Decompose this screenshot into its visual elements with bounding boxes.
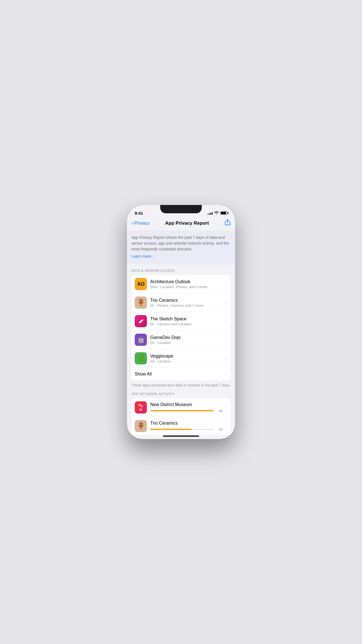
network-progress-bar [150, 410, 214, 411]
show-all-label: Show All [135, 372, 152, 377]
notch [160, 205, 202, 213]
app-sub: 2d · Location [150, 341, 223, 345]
app-icon-trio-ceramics: 🏺 [135, 296, 147, 309]
network-activity-header: APP NETWORK ACTIVITY [127, 388, 235, 398]
app-icon-gamedev-dojo: 🤖 [135, 334, 147, 346]
app-name: Architecture Outlook [150, 279, 223, 284]
network-progress-bar [150, 429, 214, 430]
navigation-bar: ‹ Privacy App Privacy Report [127, 217, 235, 230]
signal-icon [208, 211, 213, 215]
chevron-right-icon: › [226, 424, 227, 428]
data-sensor-list: AO Architecture Outlook 24m · Location, … [131, 275, 231, 381]
chevron-right-icon: › [226, 356, 227, 361]
app-name: Trio Ceramics [150, 298, 223, 303]
share-button[interactable] [225, 219, 231, 227]
back-button[interactable]: ‹ Privacy [131, 220, 149, 226]
list-item[interactable]: The Sketch Space 5h · Camera and Locatio… [131, 312, 231, 331]
intro-description: App Privacy Report shows the past 7 days… [131, 235, 231, 252]
app-icon-sketch-space [135, 315, 147, 327]
list-item[interactable]: AO Architecture Outlook 24m · Location, … [131, 275, 231, 293]
page-title: App Privacy Report [165, 220, 209, 226]
network-count: 30 [216, 427, 223, 432]
app-name: New District Museum [150, 402, 223, 407]
app-name: GameDev Dojo [150, 335, 223, 340]
app-icon-trio-ceramics-network: 🏺 [135, 420, 147, 432]
list-item[interactable]: 🌿 Veggiscape 2d · Location › [131, 349, 231, 368]
phone-device: 9:41 [127, 205, 235, 439]
home-indicator [163, 435, 199, 437]
network-count: 46 [216, 409, 223, 413]
intro-section: App Privacy Report shows the past 7 days… [127, 230, 235, 264]
battery-icon [220, 211, 227, 215]
chevron-right-icon: › [226, 405, 227, 410]
chevron-right-icon: › [226, 372, 227, 376]
app-sub: 5h · Camera and Location [150, 322, 223, 326]
list-item[interactable]: 🤖 GameDev Dojo 2d · Location › [131, 331, 231, 349]
status-time: 9:41 [135, 211, 143, 215]
app-name: Trio Ceramics [150, 421, 223, 426]
phone-screen: 9:41 [127, 205, 235, 439]
network-list-item[interactable]: ND M New District Museum 46 › [131, 398, 231, 417]
app-sub: 2d · Location [150, 359, 223, 363]
app-icon-new-district-museum: ND M [135, 401, 147, 414]
main-content: App Privacy Report shows the past 7 days… [127, 230, 235, 435]
data-sensor-footer: These apps accessed your data or sensors… [127, 381, 235, 388]
show-all-button[interactable]: Show All › [131, 368, 231, 381]
data-sensor-header: DATA & SENSOR ACCESS [127, 264, 235, 275]
learn-more-link[interactable]: Learn more... [131, 254, 154, 258]
app-sub: 24m · Location, Photos, and 3 more [150, 285, 223, 289]
chevron-right-icon: › [226, 282, 227, 286]
app-name: Veggiscape [150, 354, 223, 359]
chevron-right-icon: › [226, 319, 227, 323]
app-icon-veggiscape: 🌿 [135, 352, 147, 364]
list-item[interactable]: 🏺 Trio Ceramics 2h · Photos, Camera, and… [131, 293, 231, 312]
chevron-left-icon: ‹ [131, 220, 133, 226]
app-sub: 2h · Photos, Camera, and 2 more [150, 303, 223, 308]
status-icons [208, 211, 227, 215]
app-icon-architecture-outlook: AO [135, 278, 147, 290]
app-name: The Sketch Space [150, 316, 223, 321]
back-label: Privacy [134, 220, 150, 226]
chevron-right-icon: › [226, 300, 227, 305]
wifi-icon [214, 211, 219, 215]
network-list-item[interactable]: 🏺 Trio Ceramics 30 › [131, 417, 231, 435]
network-activity-list: ND M New District Museum 46 › [131, 398, 231, 435]
chevron-right-icon: › [226, 338, 227, 342]
